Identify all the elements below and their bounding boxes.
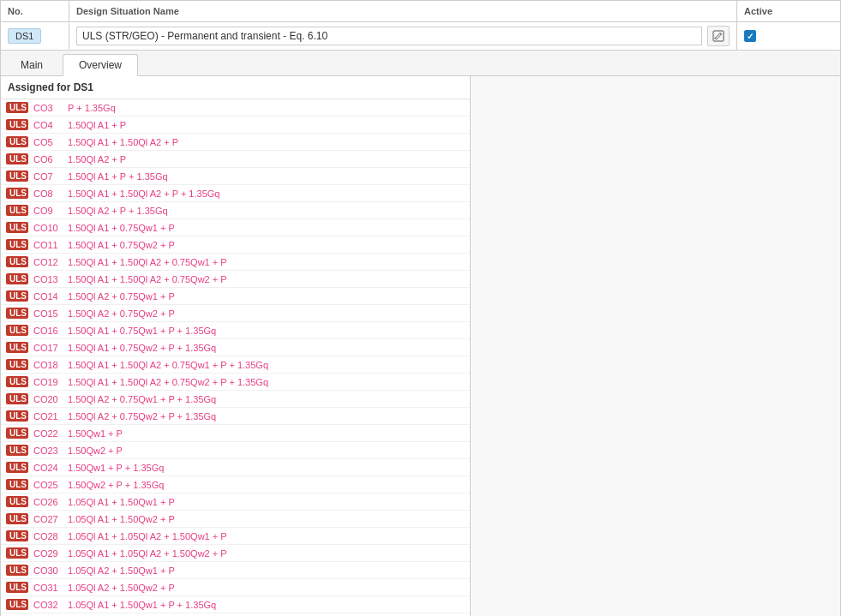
combo-item[interactable]: ULSCO121.50Ql A1 + 1.50Ql A2 + 0.75Qw1 +…	[1, 254, 470, 271]
name-column-header: Design Situation Name	[69, 1, 737, 21]
combo-item[interactable]: ULSCO261.05Ql A1 + 1.50Qw1 + P	[1, 493, 470, 511]
content-area: Assigned for DS1 ULSCO3P + 1.35GqULSCO41…	[1, 76, 840, 616]
no-column-header: No.	[1, 1, 69, 21]
co-formula: 1.50Ql A2 + 0.75Qw2 + P	[68, 308, 465, 319]
combo-item[interactable]: ULSCO101.50Ql A1 + 0.75Qw1 + P	[1, 219, 470, 236]
combo-item[interactable]: ULSCO161.50Ql A1 + 0.75Qw1 + P + 1.35Gq	[1, 322, 470, 339]
ds1-cell: DS1	[1, 23, 69, 49]
co-formula: 1.50Ql A1 + 0.75Qw1 + P	[68, 223, 465, 233]
combo-item[interactable]: ULSCO71.50Ql A1 + P + 1.35Gq	[1, 168, 470, 185]
combo-item[interactable]: ULSCO281.05Ql A1 + 1.05Ql A2 + 1.50Qw1 +…	[1, 528, 470, 545]
co-name: CO32	[33, 600, 63, 610]
combo-item[interactable]: ULSCO321.05Ql A1 + 1.50Qw1 + P + 1.35Gq	[1, 596, 470, 613]
co-formula: 1.05Ql A1 + 1.50Qw1 + P + 1.35Gq	[68, 600, 465, 610]
combo-item[interactable]: ULSCO51.50Ql A1 + 1.50Ql A2 + P	[1, 134, 470, 151]
co-name: CO9	[33, 206, 63, 216]
co-name: CO5	[33, 137, 63, 147]
combo-item[interactable]: ULSCO61.50Ql A2 + P	[1, 151, 470, 168]
co-name: CO11	[33, 240, 63, 250]
combo-item[interactable]: ULSCO211.50Ql A2 + 0.75Qw2 + P + 1.35Gq	[1, 408, 470, 425]
uls-badge: ULS	[6, 325, 28, 336]
co-formula: 1.50Ql A2 + 0.75Qw2 + P + 1.35Gq	[68, 411, 465, 422]
uls-badge: ULS	[6, 410, 28, 422]
combo-item[interactable]: ULSCO171.50Ql A1 + 0.75Qw2 + P + 1.35Gq	[1, 339, 470, 356]
co-formula: P + 1.35Gq	[68, 103, 465, 113]
co-name: CO23	[33, 446, 63, 456]
co-formula: 1.50Qw1 + P	[68, 428, 465, 439]
edit-button[interactable]	[707, 26, 730, 46]
co-name: CO16	[33, 326, 63, 336]
tab-overview[interactable]: Overview	[63, 54, 138, 76]
uls-badge: ULS	[6, 205, 28, 216]
co-name: CO7	[33, 171, 63, 182]
combo-item[interactable]: ULSCO301.05Ql A2 + 1.50Qw1 + P	[1, 562, 470, 579]
design-name-input[interactable]	[76, 27, 702, 45]
co-name: CO15	[33, 308, 63, 319]
uls-badge: ULS	[6, 496, 28, 507]
active-checkbox[interactable]	[744, 30, 756, 42]
uls-badge: ULS	[6, 273, 28, 284]
main-container: No. Design Situation Name Active DS1 Mai…	[0, 0, 841, 616]
combo-item[interactable]: ULSCO241.50Qw1 + P + 1.35Gq	[1, 459, 470, 476]
combo-item[interactable]: ULSCO91.50Ql A2 + P + 1.35Gq	[1, 202, 470, 219]
tabs-row: Main Overview	[1, 51, 840, 76]
combo-item[interactable]: ULSCO111.50Ql A1 + 0.75Qw2 + P	[1, 236, 470, 254]
co-formula: 1.50Ql A1 + 1.50Ql A2 + 0.75Qw2 + P + 1.…	[68, 377, 465, 387]
combo-item[interactable]: ULSCO141.50Ql A2 + 0.75Qw1 + P	[1, 288, 470, 305]
combo-item[interactable]: ULSCO191.50Ql A1 + 1.50Ql A2 + 0.75Qw2 +…	[1, 374, 470, 391]
co-name: CO10	[33, 223, 63, 233]
design-name-cell	[69, 22, 737, 50]
co-formula: 1.05Ql A2 + 1.50Qw2 + P	[68, 583, 465, 593]
co-name: CO28	[33, 531, 63, 541]
tab-main[interactable]: Main	[4, 54, 59, 75]
combo-item[interactable]: ULSCO221.50Qw1 + P	[1, 425, 470, 442]
co-name: CO21	[33, 411, 63, 422]
combo-item[interactable]: ULSCO201.50Ql A2 + 0.75Qw1 + P + 1.35Gq	[1, 391, 470, 408]
combo-list[interactable]: ULSCO3P + 1.35GqULSCO41.50Ql A1 + PULSCO…	[1, 99, 470, 616]
co-name: CO4	[33, 120, 63, 130]
combo-item[interactable]: ULSCO271.05Ql A1 + 1.50Qw2 + P	[1, 511, 470, 528]
co-formula: 1.05Ql A1 + 1.50Qw2 + P	[68, 514, 465, 524]
combo-item[interactable]: ULSCO3P + 1.35Gq	[1, 99, 470, 117]
uls-badge: ULS	[6, 256, 28, 267]
combo-item[interactable]: ULSCO151.50Ql A2 + 0.75Qw2 + P	[1, 305, 470, 322]
header-row: No. Design Situation Name Active	[1, 1, 840, 22]
co-name: CO14	[33, 291, 63, 302]
combo-item[interactable]: ULSCO231.50Qw2 + P	[1, 442, 470, 459]
co-formula: 1.05Ql A1 + 1.05Ql A2 + 1.50Qw2 + P	[68, 548, 465, 559]
co-name: CO27	[33, 514, 63, 524]
uls-badge: ULS	[6, 102, 28, 113]
co-formula: 1.50Ql A2 + 0.75Qw1 + P	[68, 291, 465, 302]
co-formula: 1.50Ql A1 + P	[68, 120, 465, 130]
combo-item[interactable]: ULSCO131.50Ql A1 + 1.50Ql A2 + 0.75Qw2 +…	[1, 271, 470, 288]
co-name: CO20	[33, 394, 63, 404]
uls-badge: ULS	[6, 222, 28, 233]
co-formula: 1.50Ql A1 + 1.50Ql A2 + 0.75Qw1 + P + 1.…	[68, 360, 465, 370]
combo-item[interactable]: ULSCO291.05Ql A1 + 1.05Ql A2 + 1.50Qw2 +…	[1, 545, 470, 562]
uls-badge: ULS	[6, 547, 28, 559]
co-name: CO13	[33, 274, 63, 284]
uls-badge: ULS	[6, 445, 28, 456]
data-row: DS1	[1, 22, 840, 51]
co-formula: 1.50Ql A1 + 1.50Ql A2 + P	[68, 137, 465, 147]
co-formula: 1.50Qw1 + P + 1.35Gq	[68, 463, 465, 473]
combo-item[interactable]: ULSCO81.50Ql A1 + 1.50Ql A2 + P + 1.35Gq	[1, 185, 470, 202]
combo-item[interactable]: ULSCO251.50Qw2 + P + 1.35Gq	[1, 476, 470, 493]
co-name: CO12	[33, 257, 63, 267]
uls-badge: ULS	[6, 599, 28, 610]
co-formula: 1.50Qw2 + P + 1.35Gq	[68, 480, 465, 490]
co-name: CO24	[33, 463, 63, 473]
co-name: CO30	[33, 565, 63, 576]
co-name: CO17	[33, 343, 63, 353]
co-formula: 1.50Ql A2 + P	[68, 154, 465, 164]
active-column-header: Active	[737, 1, 840, 21]
co-formula: 1.50Ql A1 + 0.75Qw1 + P + 1.35Gq	[68, 326, 465, 336]
co-name: CO6	[33, 154, 63, 164]
combo-item[interactable]: ULSCO311.05Ql A2 + 1.50Qw2 + P	[1, 579, 470, 596]
combo-item[interactable]: ULSCO41.50Ql A1 + P	[1, 117, 470, 134]
uls-badge: ULS	[6, 342, 28, 353]
right-panel	[471, 76, 840, 616]
combo-item[interactable]: ULSCO181.50Ql A1 + 1.50Ql A2 + 0.75Qw1 +…	[1, 356, 470, 374]
co-formula: 1.50Ql A1 + 1.50Ql A2 + 0.75Qw2 + P	[68, 274, 465, 284]
co-formula: 1.50Ql A1 + 1.50Ql A2 + P + 1.35Gq	[68, 188, 465, 199]
